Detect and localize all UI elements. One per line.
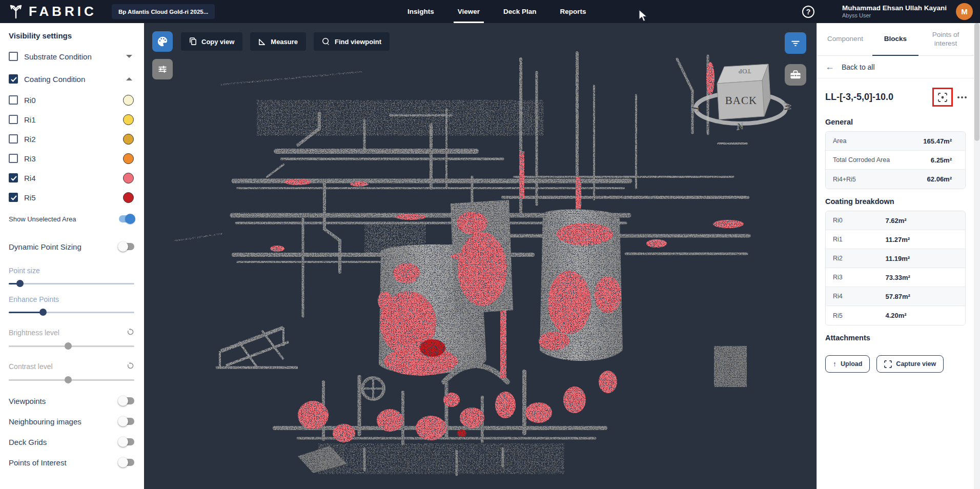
ri2-checkbox[interactable] xyxy=(9,134,18,144)
color-mode-button[interactable] xyxy=(152,31,173,52)
sidebar-item-ri0[interactable]: Ri0 xyxy=(9,90,135,110)
coating-condition-checkbox[interactable] xyxy=(9,74,18,84)
sidebar-item-ri3[interactable]: Ri3 xyxy=(9,149,135,168)
top-bar: FABRIC Bp Atlantis Cloud Gold-ri 2025...… xyxy=(0,0,980,23)
capture-view-button[interactable]: Capture view xyxy=(876,355,944,373)
ri3-color-swatch xyxy=(123,153,134,164)
panel-tabs: Component Blocks Points of interest xyxy=(817,23,974,56)
scrollbar-thumb[interactable] xyxy=(974,23,979,141)
palette-icon xyxy=(157,36,168,47)
ri5-checkbox[interactable] xyxy=(9,193,18,202)
ri1-label: Ri1 xyxy=(24,115,123,124)
coating-breakdown-heading: Coating breakdown xyxy=(825,197,966,206)
tab-component[interactable]: Component xyxy=(820,23,870,55)
capture-view-icon xyxy=(884,360,892,368)
nav-insights[interactable]: Insights xyxy=(407,0,434,23)
reset-icon[interactable] xyxy=(127,328,134,337)
show-unselected-area-toggle[interactable] xyxy=(118,214,135,224)
table-row: Ri5 4.20m² xyxy=(826,306,965,325)
sidebar-item-ri5[interactable]: Ri5 xyxy=(9,188,135,207)
show-unselected-area-label: Show Unselected Area xyxy=(9,215,118,223)
table-row: Ri3 73.33m² xyxy=(826,268,965,287)
upload-button[interactable]: ↑ Upload xyxy=(825,355,870,373)
focus-icon xyxy=(937,92,948,103)
viewer-3d-canvas[interactable]: Copy view Measure Find viewpoint xyxy=(144,23,816,489)
compass-east: E xyxy=(689,106,700,113)
general-heading: General xyxy=(825,118,966,126)
visibility-settings-panel: Visibility settings Substrate Condition … xyxy=(0,23,144,489)
points-of-interest-toggle[interactable] xyxy=(118,457,135,467)
project-chip[interactable]: Bp Atlantis Cloud Gold-ri 2025... xyxy=(112,4,215,19)
back-to-all[interactable]: ← Back to all xyxy=(817,56,974,78)
contrast-level-slider[interactable] xyxy=(9,376,135,383)
brand-icon xyxy=(8,4,24,19)
back-arrow-icon: ← xyxy=(825,62,834,72)
reset-icon[interactable] xyxy=(127,362,134,371)
sidebar-item-ri2[interactable]: Ri2 xyxy=(9,129,135,149)
table-row: Total Corroded Area 6.25m² xyxy=(826,151,965,170)
ri4-label: Ri4 xyxy=(24,174,123,182)
details-panel: Component Blocks Points of interest ← Ba… xyxy=(816,23,980,489)
avatar[interactable]: M xyxy=(956,3,973,20)
user-name: Muhammad Ehsan Ullah Kayani xyxy=(842,4,947,12)
ri0-checkbox[interactable] xyxy=(9,95,18,105)
table-row: Ri1 11.27m² xyxy=(826,230,965,249)
find-viewpoint-button[interactable]: Find viewpoint xyxy=(314,32,390,51)
neighbouring-images-row: Neighbouring images xyxy=(9,411,135,432)
coating-breakdown-table: Ri0 7.62m² Ri1 11.27m² Ri2 11.19m² Ri3 7… xyxy=(825,211,966,325)
point-size-slider[interactable] xyxy=(9,280,135,287)
nav-viewer[interactable]: Viewer xyxy=(458,0,480,23)
brightness-level-label: Brightness level xyxy=(9,328,135,337)
sidebar-item-ri4[interactable]: Ri4 xyxy=(9,168,135,188)
filter-button[interactable] xyxy=(785,32,806,54)
navigation-cube[interactable]: E W N TOP BACK xyxy=(687,57,796,134)
sidebar-item-substrate-condition[interactable]: Substrate Condition xyxy=(9,45,135,68)
neighbouring-images-label: Neighbouring images xyxy=(9,417,118,426)
user-role: Abyss User xyxy=(842,12,947,19)
dynamic-point-sizing-label: Dynamic Point Sizing xyxy=(9,242,118,251)
deck-grids-toggle[interactable] xyxy=(118,437,135,447)
deck-grids-label: Deck Grids xyxy=(9,438,118,446)
table-row: Ri4+Ri5 62.06m² xyxy=(826,170,965,189)
substrate-condition-checkbox[interactable] xyxy=(9,52,18,61)
viewpoints-toggle[interactable] xyxy=(118,396,135,406)
dynamic-point-sizing-toggle[interactable] xyxy=(118,241,135,252)
ri0-label: Ri0 xyxy=(24,96,123,105)
cube-top-label: TOP xyxy=(739,68,751,75)
find-viewpoint-icon xyxy=(322,37,330,46)
cube-front-label: BACK xyxy=(725,94,757,107)
block-title: LL-[-3,-5,0]-10.0 xyxy=(825,92,932,103)
ri1-checkbox[interactable] xyxy=(9,115,18,124)
panel-scrollbar[interactable] xyxy=(974,23,980,489)
general-table: Area 165.47m² Total Corroded Area 6.25m²… xyxy=(825,131,966,189)
table-row: Ri0 7.62m² xyxy=(826,211,965,230)
nav-deck-plan[interactable]: Deck Plan xyxy=(503,0,537,23)
point-settings-button[interactable] xyxy=(152,59,173,79)
tab-blocks[interactable]: Blocks xyxy=(870,23,921,55)
copy-view-button[interactable]: Copy view xyxy=(181,32,242,51)
chevron-down-icon[interactable] xyxy=(126,55,132,58)
measure-icon xyxy=(258,38,266,46)
measure-button[interactable]: Measure xyxy=(250,32,306,51)
brightness-level-slider[interactable] xyxy=(9,342,135,350)
panel-title: Visibility settings xyxy=(9,31,135,40)
ri4-color-swatch xyxy=(123,173,134,184)
more-menu-icon[interactable] xyxy=(957,96,967,98)
upload-icon: ↑ xyxy=(833,360,836,368)
chevron-up-icon[interactable] xyxy=(126,77,132,80)
ri4-checkbox[interactable] xyxy=(9,173,18,182)
attachments-heading: Attachments xyxy=(825,334,966,342)
tab-points-of-interest[interactable]: Points of interest xyxy=(921,23,971,55)
neighbouring-images-toggle[interactable] xyxy=(118,416,135,426)
ri3-checkbox[interactable] xyxy=(9,154,18,163)
focus-block-button[interactable] xyxy=(932,88,953,107)
deck-grids-row: Deck Grids xyxy=(9,432,135,452)
enhance-points-slider[interactable] xyxy=(9,309,135,316)
help-icon[interactable]: ? xyxy=(802,6,814,18)
user-info[interactable]: Muhammad Ehsan Ullah Kayani Abyss User xyxy=(842,4,947,19)
table-row: Ri4 57.87m² xyxy=(826,287,965,306)
sidebar-item-ri1[interactable]: Ri1 xyxy=(9,110,135,129)
sidebar-item-coating-condition[interactable]: Coating Condition xyxy=(9,68,135,90)
ri2-color-swatch xyxy=(123,134,134,145)
nav-reports[interactable]: Reports xyxy=(560,0,586,23)
